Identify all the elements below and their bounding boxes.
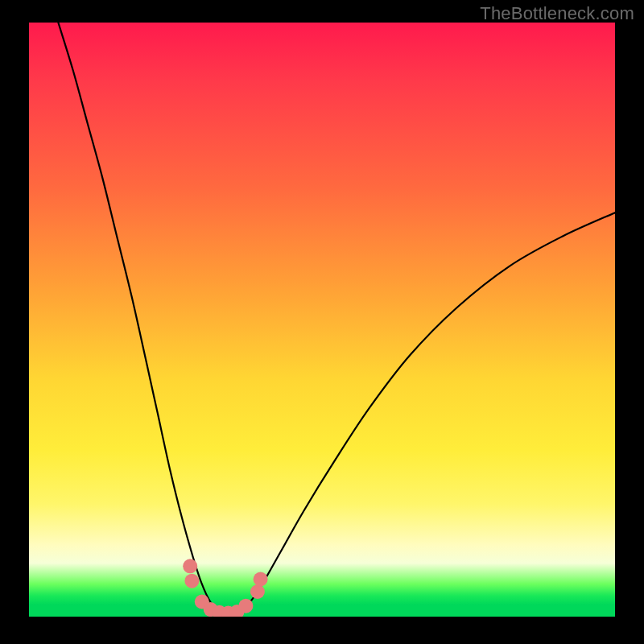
marker-dot xyxy=(250,584,265,599)
marker-dot xyxy=(184,574,199,588)
marker-dot xyxy=(183,559,197,573)
marker-cluster xyxy=(183,559,267,617)
marker-dot xyxy=(238,599,253,613)
plot-area xyxy=(29,23,615,617)
watermark-text: TheBottleneck.com xyxy=(480,3,634,24)
curve-layer xyxy=(29,23,615,617)
chart-frame: TheBottleneck.com xyxy=(0,0,644,644)
bottleneck-curve xyxy=(58,23,615,615)
marker-dot xyxy=(254,572,268,587)
